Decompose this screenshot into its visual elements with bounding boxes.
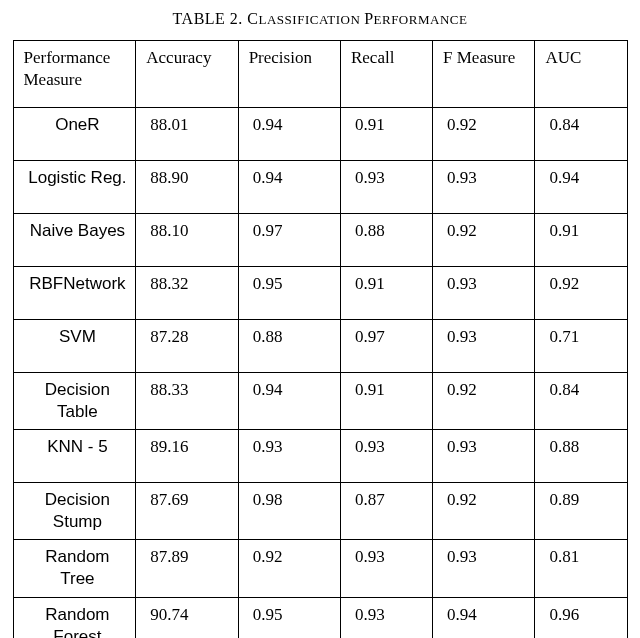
row-value: 0.84 <box>535 108 627 161</box>
header-precision: Precision <box>238 41 340 108</box>
row-value: 0.91 <box>340 373 432 430</box>
row-value: 0.87 <box>340 483 432 540</box>
row-value: 0.88 <box>535 430 627 483</box>
row-value: 90.74 <box>136 597 238 638</box>
row-label: Random Forest <box>13 597 136 638</box>
table-row: Decision Stump87.690.980.870.920.89 <box>13 483 627 540</box>
row-value: 0.95 <box>238 267 340 320</box>
table-caption: TABLE 2. CLASSIFICATION PERFORMANCE <box>173 10 468 28</box>
row-value: 0.93 <box>433 161 535 214</box>
row-value: 0.92 <box>433 214 535 267</box>
caption-rest2: ERFORMANCE <box>374 12 468 27</box>
row-value: 0.98 <box>238 483 340 540</box>
row-value: 0.94 <box>433 597 535 638</box>
row-value: 0.95 <box>238 597 340 638</box>
row-value: 87.89 <box>136 540 238 597</box>
row-value: 88.01 <box>136 108 238 161</box>
row-value: 0.93 <box>340 161 432 214</box>
header-recall: Recall <box>340 41 432 108</box>
table-header-row: Performance Measure Accuracy Precision R… <box>13 41 627 108</box>
row-value: 0.89 <box>535 483 627 540</box>
row-value: 0.81 <box>535 540 627 597</box>
row-value: 0.94 <box>238 373 340 430</box>
table-row: Naive Bayes88.100.970.880.920.91 <box>13 214 627 267</box>
row-value: 0.84 <box>535 373 627 430</box>
table-row: Decision Table88.330.940.910.920.84 <box>13 373 627 430</box>
row-label: Naive Bayes <box>13 214 136 267</box>
row-value: 0.71 <box>535 320 627 373</box>
table-row: RBFNetwork88.320.950.910.930.92 <box>13 267 627 320</box>
table-row: OneR88.010.940.910.920.84 <box>13 108 627 161</box>
row-label: Random Tree <box>13 540 136 597</box>
performance-table: Performance Measure Accuracy Precision R… <box>13 40 628 638</box>
row-value: 0.91 <box>340 267 432 320</box>
row-label: KNN - 5 <box>13 430 136 483</box>
caption-prefix2: P <box>364 10 373 27</box>
row-value: 0.93 <box>340 540 432 597</box>
row-value: 87.28 <box>136 320 238 373</box>
table-body: OneR88.010.940.910.920.84Logistic Reg.88… <box>13 108 627 639</box>
row-value: 88.33 <box>136 373 238 430</box>
header-f-measure: F Measure <box>433 41 535 108</box>
row-value: 0.92 <box>433 108 535 161</box>
row-value: 88.32 <box>136 267 238 320</box>
row-value: 89.16 <box>136 430 238 483</box>
row-value: 0.88 <box>340 214 432 267</box>
row-label: OneR <box>13 108 136 161</box>
row-label: Decision Table <box>13 373 136 430</box>
row-value: 0.93 <box>433 430 535 483</box>
row-value: 0.92 <box>433 483 535 540</box>
table-row: Random Forest90.740.950.930.940.96 <box>13 597 627 638</box>
row-value: 0.93 <box>238 430 340 483</box>
row-value: 0.93 <box>340 430 432 483</box>
row-value: 0.94 <box>238 108 340 161</box>
row-label: SVM <box>13 320 136 373</box>
caption-rest: LASSIFICATION <box>259 12 365 27</box>
table-row: SVM87.280.880.970.930.71 <box>13 320 627 373</box>
row-value: 0.92 <box>433 373 535 430</box>
table-row: Random Tree87.890.920.930.930.81 <box>13 540 627 597</box>
row-value: 0.92 <box>238 540 340 597</box>
table-row: KNN - 589.160.930.930.930.88 <box>13 430 627 483</box>
header-accuracy: Accuracy <box>136 41 238 108</box>
row-value: 87.69 <box>136 483 238 540</box>
row-value: 88.90 <box>136 161 238 214</box>
row-value: 0.94 <box>535 161 627 214</box>
row-value: 0.92 <box>535 267 627 320</box>
row-value: 0.93 <box>433 267 535 320</box>
header-performance-measure: Performance Measure <box>13 41 136 108</box>
row-label: Decision Stump <box>13 483 136 540</box>
row-value: 0.97 <box>238 214 340 267</box>
header-auc: AUC <box>535 41 627 108</box>
table-row: Logistic Reg.88.900.940.930.930.94 <box>13 161 627 214</box>
row-value: 0.91 <box>535 214 627 267</box>
row-value: 0.93 <box>433 320 535 373</box>
row-value: 0.94 <box>238 161 340 214</box>
row-value: 0.88 <box>238 320 340 373</box>
row-value: 0.93 <box>340 597 432 638</box>
row-value: 0.93 <box>433 540 535 597</box>
row-label: RBFNetwork <box>13 267 136 320</box>
caption-prefix: TABLE 2. C <box>173 10 259 27</box>
row-label: Logistic Reg. <box>13 161 136 214</box>
row-value: 0.97 <box>340 320 432 373</box>
row-value: 88.10 <box>136 214 238 267</box>
row-value: 0.96 <box>535 597 627 638</box>
row-value: 0.91 <box>340 108 432 161</box>
